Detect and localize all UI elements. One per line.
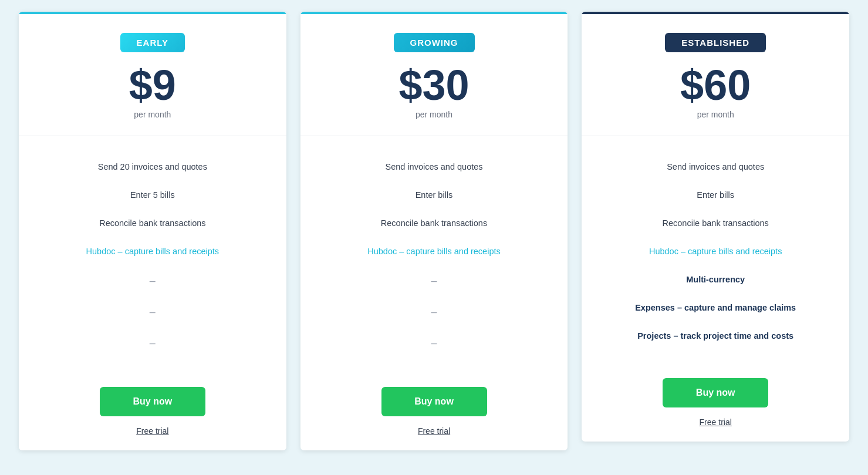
feature-dash-early-4: –	[33, 265, 272, 297]
price-period-early: per month	[33, 110, 272, 119]
price-amount-growing: $30	[315, 64, 554, 106]
buy-now-button-growing[interactable]: Buy now	[381, 387, 487, 416]
feature-item-established-1: Enter bills	[596, 181, 835, 209]
feature-dash-growing-6: –	[315, 328, 554, 359]
card-features-established: Send invoices and quotesEnter billsRecon…	[582, 136, 849, 366]
pricing-container: EARLY$9per monthSend 20 invoices and quo…	[12, 12, 856, 450]
price-amount-established: $60	[596, 64, 835, 106]
card-features-early: Send 20 invoices and quotesEnter 5 bills…	[19, 136, 286, 375]
feature-dash-early-6: –	[33, 328, 272, 359]
feature-item-growing-0: Send invoices and quotes	[315, 153, 554, 181]
buy-now-button-early[interactable]: Buy now	[100, 387, 205, 416]
feature-item-established-5: Expenses – capture and manage claims	[596, 294, 835, 322]
feature-item-early-2: Reconcile bank transactions	[33, 209, 272, 237]
feature-dash-early-5: –	[33, 297, 272, 328]
feature-item-early-1: Enter 5 bills	[33, 181, 272, 209]
feature-item-early-3: Hubdoc – capture bills and receipts	[33, 237, 272, 265]
card-header-growing: GROWING$30per month	[300, 12, 568, 136]
card-header-early: EARLY$9per month	[19, 12, 286, 136]
pricing-card-established: ESTABLISHED$60per monthSend invoices and…	[582, 12, 849, 442]
plan-badge-growing: GROWING	[394, 33, 475, 52]
card-footer-growing: Buy nowFree trial	[300, 375, 568, 450]
free-trial-link-early[interactable]: Free trial	[136, 426, 168, 436]
feature-item-established-4: Multi-currency	[596, 265, 835, 294]
feature-item-established-0: Send invoices and quotes	[596, 153, 835, 181]
feature-item-early-0: Send 20 invoices and quotes	[33, 153, 272, 181]
plan-badge-established: ESTABLISHED	[665, 33, 766, 52]
free-trial-link-growing[interactable]: Free trial	[418, 426, 450, 436]
feature-item-established-6: Projects – track project time and costs	[596, 322, 835, 350]
feature-item-established-2: Reconcile bank transactions	[596, 209, 835, 237]
pricing-card-early: EARLY$9per monthSend 20 invoices and quo…	[19, 12, 286, 450]
price-period-growing: per month	[315, 110, 554, 119]
plan-badge-early: EARLY	[120, 33, 185, 52]
feature-item-established-3: Hubdoc – capture bills and receipts	[596, 237, 835, 265]
buy-now-button-established[interactable]: Buy now	[663, 378, 768, 407]
card-footer-early: Buy nowFree trial	[19, 375, 286, 450]
price-period-established: per month	[596, 110, 835, 119]
feature-dash-growing-5: –	[315, 297, 554, 328]
feature-item-growing-2: Reconcile bank transactions	[315, 209, 554, 237]
card-header-established: ESTABLISHED$60per month	[582, 12, 849, 136]
feature-dash-growing-4: –	[315, 265, 554, 297]
card-footer-established: Buy nowFree trial	[582, 366, 849, 442]
feature-item-growing-3: Hubdoc – capture bills and receipts	[315, 237, 554, 265]
feature-item-growing-1: Enter bills	[315, 181, 554, 209]
free-trial-link-established[interactable]: Free trial	[700, 417, 732, 427]
card-features-growing: Send invoices and quotesEnter billsRecon…	[300, 136, 568, 375]
price-amount-early: $9	[33, 64, 272, 106]
pricing-card-growing: GROWING$30per monthSend invoices and quo…	[300, 12, 568, 450]
